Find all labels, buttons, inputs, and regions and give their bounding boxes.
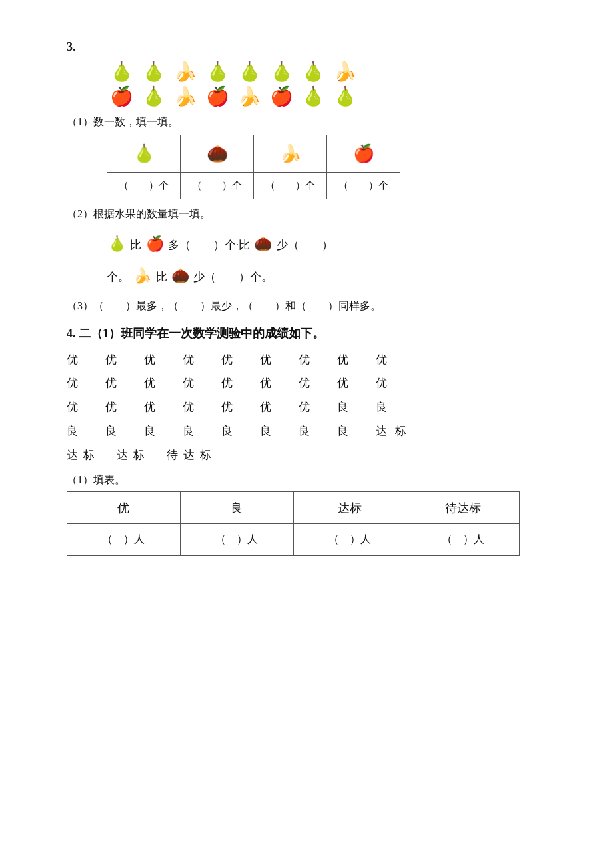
fruit-pear-inline: 🍐 (108, 228, 126, 260)
fruit-walnut2-inline: 🌰 (171, 260, 189, 292)
fruit-icon: 🍌 (235, 85, 264, 107)
grades-row-1: 优 优 优 优 优 优 优 优 优 (67, 348, 560, 372)
fruit-icon: 🍌 (171, 85, 200, 107)
header-daidabiao: 待达标 (406, 492, 520, 524)
header-you: 优 (67, 492, 181, 524)
q4-sub1: （1）填表。 (67, 473, 560, 487)
fruit-icon: 🍎 (203, 85, 232, 107)
q3-sub1: （1）数一数，填一填。 (67, 115, 560, 129)
count-table: 🍐 🌰 🍌 🍎 （ ）个 （ ）个 （ ）个 （ ）个 (107, 135, 400, 199)
q3-sub2: （2）根据水果的数量填一填。 (67, 207, 560, 221)
q3-sub3: （3）（ ）最多，（ ）最少，（ ）和（ ）同样多。 (67, 299, 560, 313)
fruit-icon: 🍎 (107, 85, 136, 107)
fill-daidabiao[interactable]: （ ）人 (406, 524, 520, 556)
table-icon-apple: 🍎 (327, 135, 400, 173)
question-3: 3. 🍐 🍐 🍌 🍐 🍐 🍐 🍐 🍌 🍎 🍐 🍌 🍎 🍌 🍎 🍐 🍐 （1）数一… (67, 40, 560, 313)
fruit-icon: 🍐 (299, 61, 328, 83)
fruit-icon: 🍐 (139, 85, 168, 107)
grade-table: 优 良 达标 待达标 （ ）人 （ ）人 （ ）人 （ ）人 (67, 491, 520, 556)
grades-list: 优 优 优 优 优 优 优 优 优 优 优 优 优 优 优 优 优 优 优 优 … (67, 348, 560, 467)
fruit-icon: 🍐 (203, 61, 232, 83)
fruit-icon: 🍌 (330, 61, 360, 83)
grades-row-4: 良 良 良 良 良 良 良 良 达标 (67, 419, 560, 443)
q4-title: 4. 二（1）班同学在一次数学测验中的成绩如下。 (67, 325, 560, 341)
grade-table-header-row: 优 良 达标 待达标 (67, 492, 520, 524)
grade-table-fill-row[interactable]: （ ）人 （ ）人 （ ）人 （ ）人 (67, 524, 520, 556)
fruits-display: 🍐 🍐 🍌 🍐 🍐 🍐 🍐 🍌 🍎 🍐 🍌 🍎 🍌 🍎 🍐 🍐 (107, 61, 386, 107)
q3-number: 3. (67, 40, 560, 54)
header-liang: 良 (180, 492, 293, 524)
fruit-icon: 🍐 (299, 85, 328, 107)
grades-row-3: 优 优 优 优 优 优 优 良 良 (67, 395, 560, 419)
comparison-block: 🍐 比 🍎 多（ ）个·比 🌰 少（ ） 个。 🍌 比 🌰 少（ ）个。 (107, 228, 560, 293)
fill-dabiao[interactable]: （ ）人 (293, 524, 406, 556)
header-dabiao: 达标 (293, 492, 406, 524)
count-fill-pear[interactable]: （ ）个 (107, 173, 181, 199)
fruit-icon: 🍐 (267, 61, 296, 83)
fruit-walnut-inline: 🌰 (254, 228, 272, 260)
fruit-banana-inline: 🍌 (133, 260, 151, 292)
fruit-icon: 🍐 (330, 85, 360, 107)
grades-row-2: 优 优 优 优 优 优 优 优 优 (67, 371, 560, 395)
question-4: 4. 二（1）班同学在一次数学测验中的成绩如下。 优 优 优 优 优 优 优 优… (67, 325, 560, 556)
table-icon-banana2: 🍌 (254, 135, 327, 173)
count-fill-walnut[interactable]: （ ）个 (181, 173, 254, 199)
count-fill-apple[interactable]: （ ）个 (327, 173, 400, 199)
fruit-apple-inline: 🍎 (146, 228, 164, 260)
grades-row-5: 达标 达标 待达标 (67, 443, 560, 467)
fruit-icon: 🍎 (267, 85, 296, 107)
table-icon-pear: 🍐 (107, 135, 181, 173)
fruit-icon: 🍌 (171, 61, 200, 83)
fruit-icon: 🍐 (107, 61, 136, 83)
table-icon-banana1: 🌰 (181, 135, 254, 173)
fill-you[interactable]: （ ）人 (67, 524, 181, 556)
fruit-icon: 🍐 (139, 61, 168, 83)
fruit-icon: 🍐 (235, 61, 264, 83)
count-fill-banana[interactable]: （ ）个 (254, 173, 327, 199)
fill-liang[interactable]: （ ）人 (180, 524, 293, 556)
